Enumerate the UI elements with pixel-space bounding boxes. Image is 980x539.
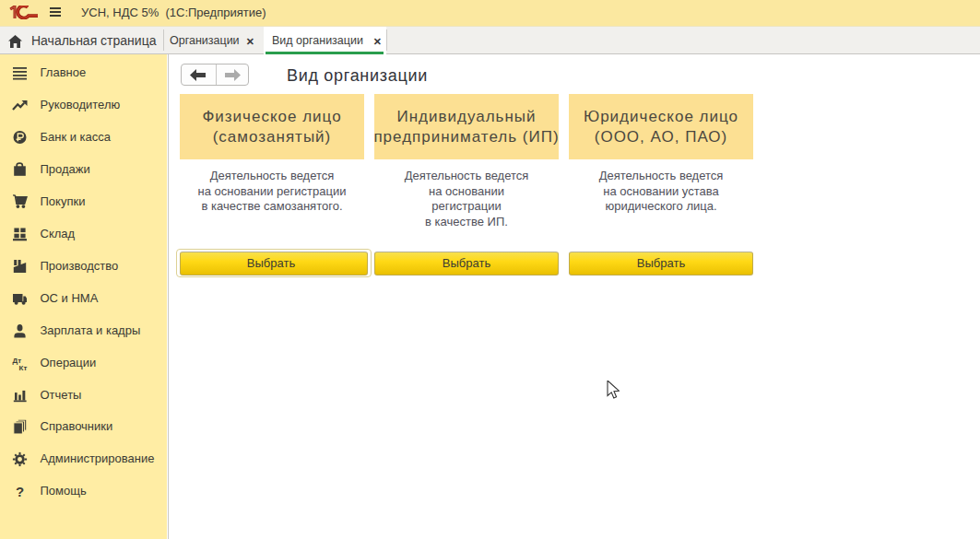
svg-text:Кт: Кт [19, 364, 28, 371]
